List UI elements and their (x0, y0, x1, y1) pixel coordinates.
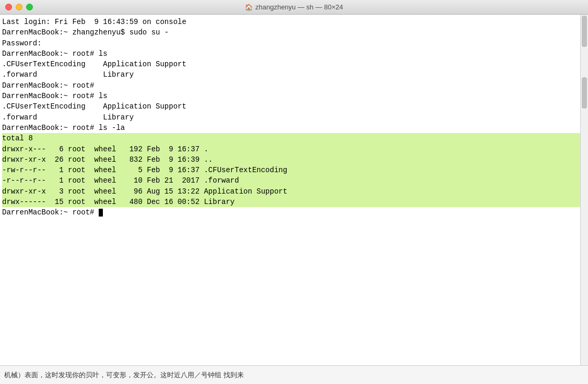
terminal-line: Password: (2, 38, 580, 49)
terminal-line: drwxr-xr-x 3 root wheel 96 Aug 15 13:22 … (2, 186, 580, 197)
terminal-line: .CFUserTextEncoding Application Support (2, 101, 580, 112)
traffic-lights (5, 4, 33, 10)
terminal-content[interactable]: Last login: Fri Feb 9 16:43:59 on consol… (0, 15, 580, 365)
terminal-line: DarrenMacBook:~ root# (2, 207, 580, 218)
terminal-line: drwxr-xr-x 26 root wheel 832 Feb 9 16:39… (2, 154, 580, 165)
minimize-button[interactable] (16, 4, 22, 10)
terminal-line: DarrenMacBook:~ root# ls -la (2, 123, 580, 133)
title-bar: 🏠 zhangzhenyu — sh — 80×24 (0, 0, 588, 15)
terminal-line: total 8 (2, 133, 580, 143)
terminal-line: Last login: Fri Feb 9 16:43:59 on consol… (2, 17, 580, 27)
scrollbar-track[interactable] (580, 15, 588, 365)
scrollbar-thumb[interactable] (582, 16, 587, 47)
terminal-line: .forward Library (2, 69, 580, 80)
maximize-button[interactable] (26, 4, 33, 10)
terminal-line: drwxr-x--- 6 root wheel 192 Feb 9 16:37 … (2, 144, 580, 154)
terminal-line: -r--r--r-- 1 root wheel 10 Feb 21 2017 .… (2, 175, 580, 186)
bottom-bar-text: 机械）表面，这时发现你的贝叶，可变形，发开公。这时近八用／号钟组 找到来 (4, 370, 244, 380)
terminal-line: .CFUserTextEncoding Application Support (2, 59, 580, 69)
bottom-bar: 机械）表面，这时发现你的贝叶，可变形，发开公。这时近八用／号钟组 找到来 (0, 365, 588, 384)
terminal-cursor (99, 209, 103, 217)
terminal-line: DarrenMacBook:~ zhangzhenyu$ sudo su - (2, 27, 580, 38)
terminal-line: .forward Library (2, 112, 580, 123)
terminal-line: DarrenMacBook:~ root# ls (2, 49, 580, 59)
terminal-line: -rw-r--r-- 1 root wheel 5 Feb 9 16:37 .C… (2, 165, 580, 175)
terminal-window: 🏠 zhangzhenyu — sh — 80×24 Last login: F… (0, 0, 588, 384)
title-text: zhangzhenyu — sh — 80×24 (255, 3, 343, 11)
close-button[interactable] (5, 4, 12, 10)
window-title: 🏠 zhangzhenyu — sh — 80×24 (245, 3, 343, 11)
terminal-wrapper: Last login: Fri Feb 9 16:43:59 on consol… (0, 15, 588, 365)
terminal-line: DarrenMacBook:~ root# ls (2, 91, 580, 101)
house-icon: 🏠 (245, 4, 253, 11)
terminal-line: drwx------ 15 root wheel 480 Dec 16 00:5… (2, 197, 580, 207)
terminal-line: DarrenMacBook:~ root# (2, 80, 580, 91)
scrollbar-thumb2[interactable] (582, 77, 587, 109)
